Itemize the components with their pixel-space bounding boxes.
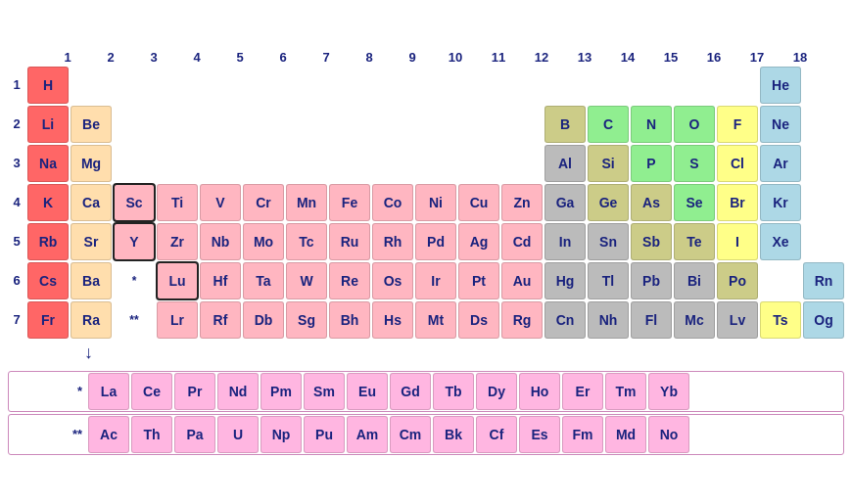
col-header-2: 2 — [90, 50, 131, 65]
period-label-5: 5 — [8, 234, 25, 249]
period-label-3: 3 — [8, 156, 25, 170]
element-O: O — [674, 106, 715, 143]
element-Ru: Ru — [329, 223, 370, 260]
element-Bh: Bh — [329, 301, 370, 339]
element-Db: Db — [243, 301, 284, 339]
element-F: F — [717, 106, 758, 143]
element-Cs: Cs — [27, 262, 69, 299]
element-In: In — [544, 223, 586, 260]
element-P: P — [631, 145, 672, 182]
element-V: V — [200, 184, 241, 221]
element-grid: 1HHe2LiBeBCNOFNe3NaMgAlSiPSClAr4KCaScTiV… — [8, 67, 844, 339]
element-Cl: Cl — [717, 145, 758, 182]
element-Md: Md — [605, 416, 646, 453]
element-Mo: Mo — [243, 223, 284, 260]
element-Cr: Cr — [243, 184, 284, 221]
element-B: B — [544, 106, 586, 143]
element-Nd: Nd — [217, 373, 259, 410]
col-header-13: 13 — [564, 50, 605, 65]
element-Hg: Hg — [544, 262, 586, 299]
col-header-8: 8 — [349, 50, 390, 65]
element-Sn: Sn — [588, 223, 629, 260]
element-He: He — [760, 67, 801, 104]
element-Np: Np — [260, 416, 302, 453]
element-Ar: Ar — [760, 145, 801, 182]
element-Se: Se — [674, 184, 715, 221]
col-header-16: 16 — [693, 50, 734, 65]
element-K: K — [27, 184, 69, 221]
element-Mg: Mg — [71, 145, 112, 182]
element-Ce: Ce — [131, 373, 172, 410]
element-Al: Al — [544, 145, 586, 182]
lanthanide-actinide-section: *LaCePrNdPmSmEuGdTbDyHoErTmYb **AcThPaUN… — [8, 371, 844, 455]
element-Ir: Ir — [415, 262, 456, 299]
element-Og: Og — [803, 301, 844, 339]
element-Th: Th — [131, 416, 172, 453]
col-header-1: 1 — [47, 50, 88, 65]
element-U: U — [217, 416, 259, 453]
element-*: * — [114, 262, 155, 299]
element-La: La — [88, 373, 129, 410]
element-Mn: Mn — [286, 184, 327, 221]
element-Pm: Pm — [260, 373, 302, 410]
element-Ti: Ti — [157, 184, 198, 221]
element-Ra: Ra — [71, 301, 112, 339]
element-Fe: Fe — [329, 184, 370, 221]
element-Cf: Cf — [476, 416, 517, 453]
element-Kr: Kr — [760, 184, 801, 221]
element-Ge: Ge — [588, 184, 629, 221]
lanthanide-row: *LaCePrNdPmSmEuGdTbDyHoErTmYb — [8, 371, 844, 412]
col-header-12: 12 — [521, 50, 562, 65]
element-Te: Te — [674, 223, 715, 260]
period-label-7: 7 — [8, 312, 25, 327]
element-Fl: Fl — [631, 301, 672, 339]
period-row-1: 1HHe — [8, 67, 844, 104]
element-Ta: Ta — [243, 262, 284, 299]
element-Pr: Pr — [174, 373, 215, 410]
element-Cu: Cu — [458, 184, 499, 221]
period-row-3: 3NaMgAlSiPSClAr — [8, 145, 844, 182]
col-header-3: 3 — [133, 50, 174, 65]
col-header-15: 15 — [650, 50, 691, 65]
element-Ca: Ca — [71, 184, 112, 221]
element-Lr: Lr — [157, 301, 198, 339]
element-S: S — [674, 145, 715, 182]
element-Cd: Cd — [501, 223, 543, 260]
element-C: C — [588, 106, 629, 143]
col-header-11: 11 — [478, 50, 519, 65]
element-Lv: Lv — [717, 301, 758, 339]
col-header-14: 14 — [607, 50, 648, 65]
element-Sc: Sc — [114, 184, 155, 221]
element-Po: Po — [717, 262, 758, 299]
element-Bi: Bi — [674, 262, 715, 299]
element-Tm: Tm — [605, 373, 646, 410]
period-row-6: 6CsBa*LuHfTaWReOsIrPtAuHgTlPbBiPoRn — [8, 262, 844, 299]
element-Ac: Ac — [88, 416, 129, 453]
period-row-2: 2LiBeBCNOFNe — [8, 106, 844, 143]
element-Sb: Sb — [631, 223, 672, 260]
element-Xe: Xe — [760, 223, 801, 260]
element-Sr: Sr — [71, 223, 112, 260]
col-header-10: 10 — [435, 50, 476, 65]
element-Ga: Ga — [544, 184, 586, 221]
element-Ne: Ne — [760, 106, 801, 143]
element-Am: Am — [347, 416, 388, 453]
element-Pb: Pb — [631, 262, 672, 299]
period-row-4: 4KCaScTiVCrMnFeCoNiCuZnGaGeAsSeBrKr — [8, 184, 844, 221]
element-Dy: Dy — [476, 373, 517, 410]
element-Ag: Ag — [458, 223, 499, 260]
element-Ni: Ni — [415, 184, 456, 221]
element-Lu: Lu — [157, 262, 198, 299]
element-Pd: Pd — [415, 223, 456, 260]
element-Y: Y — [114, 223, 155, 260]
element-Gd: Gd — [390, 373, 431, 410]
element-Eu: Eu — [347, 373, 388, 410]
element-As: As — [631, 184, 672, 221]
element-Co: Co — [372, 184, 413, 221]
element-Hs: Hs — [372, 301, 413, 339]
element-No: No — [648, 416, 689, 453]
element-Mc: Mc — [674, 301, 715, 339]
actinide-star-label: ** — [10, 427, 86, 441]
element-Be: Be — [71, 106, 112, 143]
element-Si: Si — [588, 145, 629, 182]
